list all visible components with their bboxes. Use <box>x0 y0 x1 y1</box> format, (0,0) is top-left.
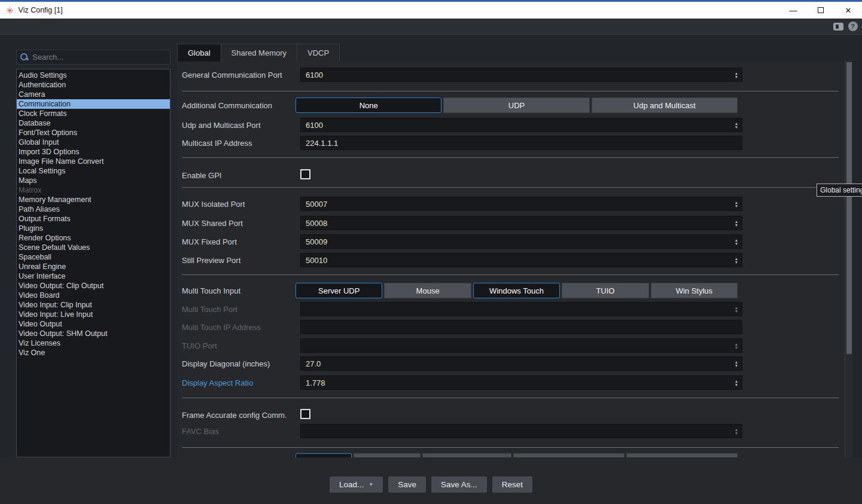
save-button[interactable]: Save <box>388 476 426 493</box>
udp-multicast-port-input[interactable]: 6100 ▲▼ <box>300 118 742 132</box>
reset-button[interactable]: Reset <box>492 476 532 493</box>
option-windows-touch[interactable]: Windows Touch <box>473 283 560 298</box>
sidebar-item-global-input[interactable]: Global Input <box>17 138 170 147</box>
field-label: General Communication Port <box>182 68 294 82</box>
multi-touch-input-segmented: Multi Touch Input Server UDP Mouse Windo… <box>296 283 738 299</box>
favc-bias-input: ▲▼ <box>300 424 742 438</box>
still-preview-port-input[interactable]: 50010 ▲▼ <box>300 253 742 267</box>
spinner-icon: ▲▼ <box>733 428 740 435</box>
vertical-scrollbar[interactable] <box>845 60 852 457</box>
option-server-udp[interactable]: Server UDP <box>296 283 382 298</box>
sidebar-item-image-file-name-convert[interactable]: Image File Name Convert <box>17 157 170 166</box>
sidebar-item-video-input-clip-input[interactable]: Video Input: Clip Input <box>17 300 170 310</box>
sidebar-item-video-output-clip-output[interactable]: Video Output: Clip Output <box>17 281 170 291</box>
app-icon: ✳ <box>6 6 14 15</box>
general-communication-port-input[interactable]: 6100 ▲▼ <box>300 68 742 82</box>
sidebar-item-clock-formats[interactable]: Clock Formats <box>17 109 170 118</box>
sidebar-item-path-aliases[interactable]: Path Aliases <box>17 204 170 214</box>
search-input[interactable] <box>32 53 166 62</box>
option-tuio[interactable]: TUIO <box>562 283 648 298</box>
sidebar-item-communication[interactable]: Communication <box>17 99 170 109</box>
sidebar-item-render-options[interactable]: Render Options <box>17 233 170 243</box>
clipped-option-5[interactable]: Integrate Always w/ Retrace Fields <box>626 453 738 457</box>
sidebar-item-user-interface[interactable]: User Interface <box>17 271 170 281</box>
sidebar-item-viz-one[interactable]: Viz One <box>17 348 170 358</box>
sidebar-item-database[interactable]: Database <box>17 118 170 128</box>
row-mux-shared-port: MUX Shared Port 50008 ▲▼ <box>182 216 840 230</box>
mux-isolated-port-input[interactable]: 50007 ▲▼ <box>300 197 742 211</box>
sidebar-item-video-output-shm-output[interactable]: Video Output: SHM Output <box>17 329 170 338</box>
option-udp-and-multicast[interactable]: Udp and Multicast <box>592 97 738 113</box>
sidebar-item-memory-management[interactable]: Memory Management <box>17 195 170 204</box>
save-as-button[interactable]: Save As... <box>431 476 487 493</box>
row-udp-multicast-port: Udp and Multicast Port 6100 ▲▼ <box>182 118 840 132</box>
sidebar-item-video-output[interactable]: Video Output <box>17 319 170 329</box>
mux-fixed-port-input[interactable]: 50009 ▲▼ <box>300 234 742 249</box>
sidebar-item-camera[interactable]: Camera <box>17 90 170 99</box>
panel-toggle-icon[interactable] <box>833 22 844 32</box>
clipped-option-2[interactable]: Front to back <box>354 453 421 457</box>
field-label: Enable GPI <box>182 168 294 182</box>
search-icon <box>20 53 28 61</box>
sidebar-item-import-3d-options[interactable]: Import 3D Options <box>17 147 170 157</box>
sidebar-item-video-board[interactable]: Video Board <box>17 291 170 300</box>
option-udp[interactable]: UDP <box>443 97 589 113</box>
sidebar-item-audio-settings[interactable]: Audio Settings <box>17 71 170 80</box>
minimize-icon[interactable]: — <box>779 2 807 19</box>
spinner-icon[interactable]: ▲▼ <box>733 220 740 227</box>
footer: Load...▼ Save Save As... Reset <box>0 457 862 504</box>
sidebar-item-authentication[interactable]: Authentication <box>17 80 170 90</box>
separator <box>182 157 839 158</box>
spinner-icon[interactable]: ▲▼ <box>733 380 740 386</box>
frame-accurate-checkbox[interactable] <box>300 409 310 419</box>
sidebar-item-viz-licenses[interactable]: Viz Licenses <box>17 338 170 348</box>
search-box[interactable] <box>16 50 170 65</box>
display-aspect-ratio-input[interactable]: 1.778 ▲▼ <box>300 375 742 390</box>
tab-global[interactable]: Global <box>177 44 221 62</box>
spinner-icon[interactable]: ▲▼ <box>733 361 740 367</box>
sidebar-item-matrox: Matrox <box>17 185 170 195</box>
spinner-icon[interactable]: ▲▼ <box>733 201 740 207</box>
maximize-icon[interactable] <box>807 2 834 19</box>
row-enable-gpi: Enable GPI <box>182 168 840 182</box>
option-none[interactable]: None <box>296 97 441 113</box>
sidebar-item-font-text-options[interactable]: Font/Text Options <box>17 128 170 138</box>
field-label: Display Aspect Ratio <box>182 375 294 390</box>
enable-gpi-checkbox[interactable] <box>300 169 310 179</box>
field-label: Multi Touch Input <box>182 283 240 298</box>
sidebar-item-output-formats[interactable]: Output Formats <box>17 214 170 224</box>
sidebar-item-plugins[interactable]: Plugins <box>17 224 170 233</box>
tab-shared-memory[interactable]: Shared Memory <box>221 44 297 62</box>
clipped-option-4[interactable]: Integrate Always w/ Retrace Subfields <box>513 453 625 457</box>
sidebar-item-unreal-engine[interactable]: Unreal Engine <box>17 262 170 271</box>
spinner-icon[interactable]: ▲▼ <box>733 239 740 245</box>
clipped-option-3[interactable]: Even Retrace Counter <box>422 453 511 457</box>
field-label: MUX Fixed Port <box>182 234 294 249</box>
separator <box>182 274 839 275</box>
load-button[interactable]: Load...▼ <box>330 476 383 493</box>
sidebar-item-scene-default-values[interactable]: Scene Default Values <box>17 243 170 252</box>
sidebar-item-local-settings[interactable]: Local Settings <box>17 166 170 176</box>
settings-tabs: Global Shared Memory VDCP <box>177 44 340 62</box>
row-still-preview-port: Still Preview Port 50010 ▲▼ <box>182 253 840 267</box>
spinner-icon[interactable]: ▲▼ <box>733 257 740 264</box>
tuio-port-input: ▲▼ <box>300 338 742 353</box>
mux-shared-port-input[interactable]: 50008 ▲▼ <box>300 216 742 230</box>
field-label: Udp and Multicast Port <box>182 118 294 132</box>
sidebar-item-maps[interactable]: Maps <box>17 176 170 185</box>
spinner-icon[interactable]: ▲▼ <box>733 72 740 78</box>
option-mouse[interactable]: Mouse <box>384 283 471 298</box>
multicast-ip-input[interactable]: 224.1.1.1 <box>300 136 742 150</box>
spinner-icon[interactable]: ▲▼ <box>733 122 740 129</box>
close-icon[interactable]: ✕ <box>834 2 862 19</box>
spinner-icon: ▲▼ <box>733 343 740 349</box>
sidebar-item-spaceball[interactable]: Spaceball <box>17 252 170 262</box>
tab-vdcp[interactable]: VDCP <box>297 44 340 62</box>
help-icon[interactable]: ? <box>847 22 858 32</box>
clipped-option-1[interactable]: Always <box>296 453 352 457</box>
display-diagonal-input[interactable]: 27.0 ▲▼ <box>300 356 742 371</box>
option-win-stylus[interactable]: Win Stylus <box>651 283 738 298</box>
sidebar-item-video-input-live-input[interactable]: Video Input: Live Input <box>17 310 170 319</box>
row-display-diagonal: Display Diagonal (inches) 27.0 ▲▼ <box>182 356 840 371</box>
scrollbar-thumb[interactable] <box>846 62 852 354</box>
